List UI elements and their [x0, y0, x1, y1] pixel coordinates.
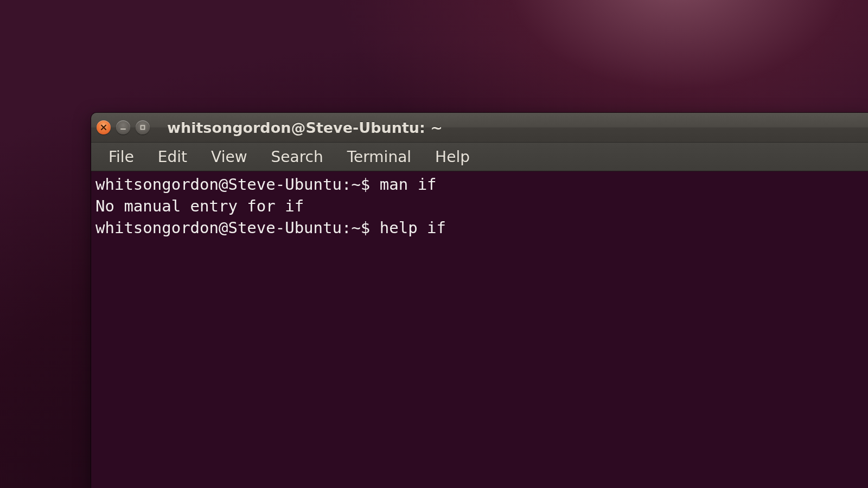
menu-bar: File Edit View Search Terminal Help	[91, 143, 868, 171]
menu-terminal[interactable]: Terminal	[335, 145, 423, 169]
command-text: help if	[380, 219, 446, 237]
menu-file[interactable]: File	[97, 145, 146, 169]
menu-help[interactable]: Help	[423, 145, 482, 169]
close-icon	[100, 124, 107, 131]
terminal-line: whitsongordon@Steve-Ubuntu:~$ man if	[95, 174, 864, 195]
minimize-button[interactable]	[116, 120, 130, 134]
close-button[interactable]	[97, 120, 111, 134]
window-title: whitsongordon@Steve-Ubuntu: ~	[167, 119, 443, 136]
window-titlebar[interactable]: whitsongordon@Steve-Ubuntu: ~	[91, 113, 868, 143]
maximize-button[interactable]	[136, 120, 150, 134]
menu-search[interactable]: Search	[259, 145, 335, 169]
terminal-line: whitsongordon@Steve-Ubuntu:~$ help if	[95, 217, 864, 239]
prompt: whitsongordon@Steve-Ubuntu:~$	[95, 175, 380, 194]
terminal-output-area[interactable]: whitsongordon@Steve-Ubuntu:~$ man ifNo m…	[91, 171, 868, 488]
menu-edit[interactable]: Edit	[146, 145, 199, 169]
svg-rect-3	[141, 126, 145, 130]
terminal-line: No manual entry for if	[95, 195, 864, 217]
output-text: No manual entry for if	[95, 197, 304, 215]
menu-view[interactable]: View	[199, 145, 259, 169]
minimize-icon	[120, 124, 126, 131]
window-controls	[97, 120, 150, 134]
prompt: whitsongordon@Steve-Ubuntu:~$	[95, 219, 380, 237]
terminal-window: whitsongordon@Steve-Ubuntu: ~ File Edit …	[91, 113, 868, 488]
maximize-icon	[139, 124, 146, 131]
command-text: man if	[380, 175, 437, 194]
desktop-wallpaper: whitsongordon@Steve-Ubuntu: ~ File Edit …	[0, 0, 868, 488]
